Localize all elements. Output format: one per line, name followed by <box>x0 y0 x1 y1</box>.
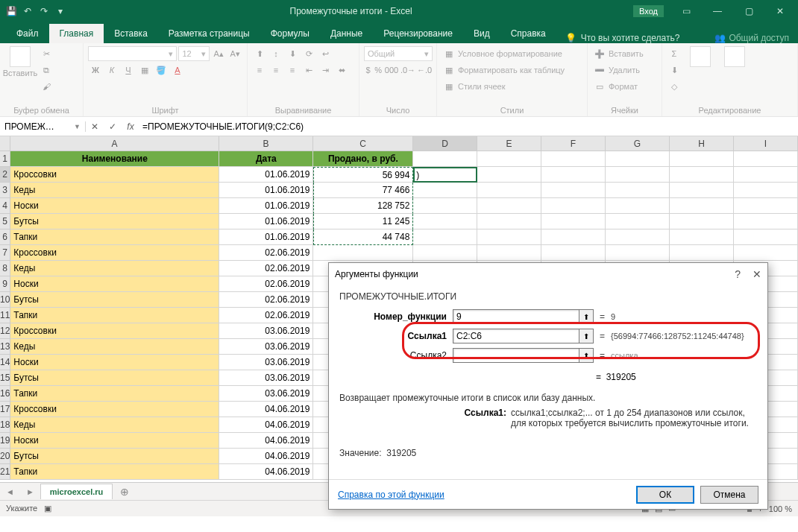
cell[interactable]: 04.06.2019 <box>219 402 313 417</box>
align-bottom-icon[interactable]: ⬇ <box>285 46 300 61</box>
row-header[interactable]: 2 <box>0 167 10 183</box>
cell[interactable]: Кеды <box>10 417 219 433</box>
cell[interactable]: Носки <box>10 198 219 214</box>
font-size-select[interactable]: 12▾ <box>178 46 210 61</box>
cell[interactable]: 11 245 <box>313 214 413 229</box>
autosum-icon[interactable]: Σ <box>667 46 682 61</box>
cell[interactable] <box>477 183 541 198</box>
cell[interactable]: 01.06.2019 <box>219 167 313 183</box>
comma-icon[interactable]: 000 <box>384 63 399 77</box>
cell[interactable] <box>606 229 670 245</box>
redo-icon[interactable]: ↷ <box>37 4 51 18</box>
font-color-icon[interactable]: А <box>170 63 185 77</box>
cell[interactable] <box>734 167 798 183</box>
row-header[interactable]: 13 <box>0 339 10 355</box>
cell[interactable]: 128 752 <box>313 198 413 214</box>
row-header[interactable]: 16 <box>0 386 10 402</box>
fill-icon[interactable]: ⬇ <box>667 63 682 77</box>
cell[interactable]: 03.06.2019 <box>219 355 313 370</box>
row-header[interactable]: 17 <box>0 402 10 417</box>
cell[interactable] <box>606 245 670 261</box>
cell[interactable] <box>541 183 606 198</box>
row-header[interactable]: 15 <box>0 370 10 386</box>
tab-formulas[interactable]: Формулы <box>260 24 320 43</box>
qat-dropdown-icon[interactable]: ▾ <box>54 4 67 18</box>
cell[interactable] <box>734 229 798 245</box>
cell[interactable]: 01.06.2019 <box>219 198 313 214</box>
cell[interactable]: Тапки <box>10 308 219 323</box>
column-header[interactable]: H <box>670 136 734 151</box>
cell[interactable]: 04.06.2019 <box>219 433 313 449</box>
cell[interactable]: 02.06.2019 <box>219 308 313 323</box>
cell[interactable] <box>670 151 734 167</box>
insert-cells-icon[interactable]: ➕ <box>592 46 607 61</box>
cell[interactable]: 03.06.2019 <box>219 323 313 339</box>
cell[interactable] <box>541 245 606 261</box>
row-header[interactable]: 20 <box>0 449 10 464</box>
cell[interactable] <box>670 229 734 245</box>
cell[interactable] <box>477 198 541 214</box>
borders-icon[interactable]: ▦ <box>137 63 152 77</box>
range-select-icon[interactable]: ⬆ <box>579 329 594 343</box>
cell[interactable] <box>413 183 477 198</box>
help-icon[interactable]: ? <box>735 268 741 280</box>
column-header[interactable]: I <box>734 136 798 151</box>
cell[interactable] <box>606 198 670 214</box>
tab-layout[interactable]: Разметка страницы <box>158 24 260 43</box>
cell[interactable] <box>670 245 734 261</box>
cell[interactable] <box>541 198 606 214</box>
merge-icon[interactable]: ⬌ <box>334 63 349 77</box>
row-header[interactable]: 6 <box>0 229 10 245</box>
cell[interactable] <box>670 214 734 229</box>
help-link[interactable]: Справка по этой функции <box>338 490 444 500</box>
format-painter-icon[interactable]: 🖌 <box>39 79 54 94</box>
cell[interactable]: 04.06.2019 <box>219 464 313 480</box>
cell[interactable] <box>670 167 734 183</box>
cell[interactable] <box>413 198 477 214</box>
cell[interactable]: Дата <box>219 151 313 167</box>
inc-decimal-icon[interactable]: .0→ <box>400 63 415 77</box>
fx-icon[interactable]: fx <box>122 121 139 132</box>
column-header[interactable]: A <box>10 136 219 151</box>
tab-help[interactable]: Справка <box>500 24 556 43</box>
tab-file[interactable]: Файл <box>6 24 49 43</box>
sheet-nav-next-icon[interactable]: ► <box>20 487 40 496</box>
minimize-icon[interactable]: — <box>703 0 732 22</box>
share-button[interactable]: 👥Общий доступ <box>706 33 798 43</box>
arg-funcnum-input[interactable] <box>453 309 579 324</box>
cut-icon[interactable]: ✂ <box>39 46 54 61</box>
cell[interactable]: 04.06.2019 <box>219 417 313 433</box>
column-header[interactable]: D <box>413 136 477 151</box>
italic-button[interactable]: К <box>104 63 119 77</box>
underline-button[interactable]: Ч <box>121 63 136 77</box>
cell[interactable] <box>734 183 798 198</box>
cell[interactable] <box>734 198 798 214</box>
cell[interactable]: Кеды <box>10 261 219 276</box>
cond-format-icon[interactable]: ▦ <box>442 46 456 61</box>
arg-ref1-input[interactable] <box>453 329 579 343</box>
row-header[interactable]: 10 <box>0 292 10 308</box>
undo-icon[interactable]: ↶ <box>21 4 34 18</box>
range-select-icon[interactable]: ⬆ <box>579 348 594 363</box>
cell[interactable]: Тапки <box>10 464 219 480</box>
cell[interactable]: Продано, в руб. <box>313 151 413 167</box>
dec-decimal-icon[interactable]: ←.0 <box>417 63 432 77</box>
close-icon[interactable]: ✕ <box>765 0 795 22</box>
cell[interactable]: 03.06.2019 <box>219 339 313 355</box>
cell[interactable]: 02.06.2019 <box>219 292 313 308</box>
cell[interactable]: Кроссовки <box>10 402 219 417</box>
cell-styles-icon[interactable]: ▦ <box>442 79 456 94</box>
tell-me[interactable]: 💡Что вы хотите сделать? <box>556 33 689 43</box>
cell[interactable]: 01.06.2019 <box>219 183 313 198</box>
signin-button[interactable]: Вход <box>633 5 664 17</box>
cell[interactable]: 01.06.2019 <box>219 214 313 229</box>
dialog-close-icon[interactable]: ✕ <box>753 268 761 280</box>
cell[interactable] <box>606 183 670 198</box>
cell[interactable] <box>734 214 798 229</box>
row-header[interactable]: 8 <box>0 261 10 276</box>
row-header[interactable]: 11 <box>0 308 10 323</box>
cell[interactable] <box>734 245 798 261</box>
cell[interactable] <box>413 214 477 229</box>
cell[interactable]: 02.06.2019 <box>219 261 313 276</box>
add-sheet-icon[interactable]: ⊕ <box>113 486 136 498</box>
